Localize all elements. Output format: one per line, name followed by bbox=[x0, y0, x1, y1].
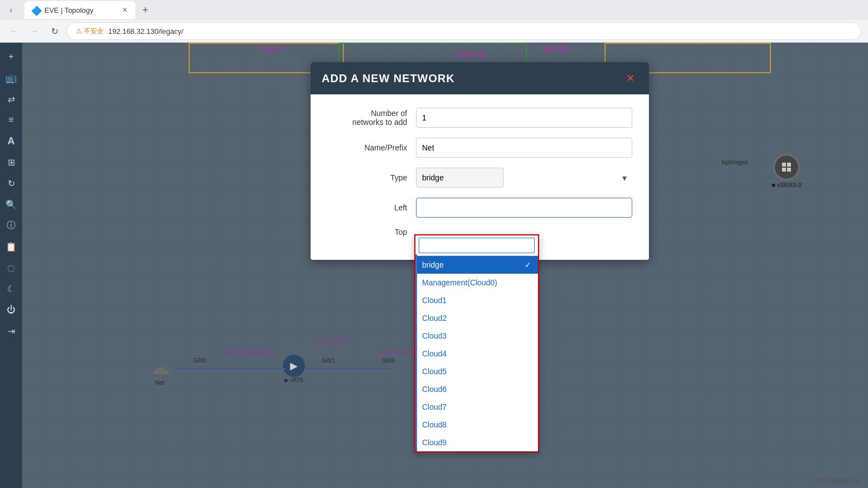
dropdown-item-cloud7[interactable]: Cloud7 bbox=[415, 398, 538, 416]
dropdown-item-cloud8-label: Cloud8 bbox=[422, 420, 446, 429]
dropdown-search-wrapper bbox=[415, 235, 538, 256]
dropdown-search-input[interactable] bbox=[419, 238, 535, 253]
canvas-area[interactable]: OSPF 1 OSPF 100 BGP 234 192.168.80.100/2… bbox=[22, 43, 868, 488]
tab-bar: ‹ 🔷 EVE | Topology ✕ + bbox=[0, 0, 868, 20]
sidebar: + 📺 ⇄ ≡ A ⊞ ↻ 🔍 ⓘ 📋 ◌ ☾ ⏻ ⇥ bbox=[0, 43, 22, 488]
sidebar-target-button[interactable]: ◌ bbox=[2, 258, 21, 277]
type-select-wrapper: bridge Management(Cloud0) Cloud1 Cloud2 … bbox=[416, 168, 632, 188]
tab-title: EVE | Topology bbox=[44, 6, 116, 14]
sidebar-search-button[interactable]: 🔍 bbox=[2, 195, 21, 214]
sidebar-theme-button[interactable]: ☾ bbox=[2, 279, 21, 298]
prev-tab-button[interactable]: ‹ bbox=[4, 3, 18, 17]
sidebar-add-button[interactable]: + bbox=[2, 47, 21, 66]
forward-button[interactable]: → bbox=[27, 23, 42, 39]
dropdown-item-cloud7-label: Cloud7 bbox=[422, 403, 446, 411]
modal-header: ADD A NEW NETWORK ✕ bbox=[311, 62, 649, 94]
name-row: Name/Prefix bbox=[327, 138, 632, 158]
name-input[interactable] bbox=[416, 138, 632, 158]
dropdown-item-cloud6-label: Cloud6 bbox=[422, 385, 446, 394]
dropdown-item-cloud3[interactable]: Cloud3 bbox=[415, 327, 538, 345]
left-row: Left bbox=[327, 198, 632, 218]
dropdown-item-bridge[interactable]: bridge ✓ bbox=[415, 256, 538, 274]
url-box[interactable]: ⚠ 不安全 192.168.32.130/legacy/ bbox=[67, 22, 861, 40]
refresh-button[interactable]: ↻ bbox=[47, 23, 62, 39]
name-label: Name/Prefix bbox=[327, 143, 416, 152]
left-input[interactable] bbox=[416, 198, 632, 218]
modal-body: Number ofnetworks to add Name/Prefix Typ… bbox=[311, 94, 649, 260]
dropdown-item-bridge-label: bridge bbox=[422, 260, 444, 269]
app-layout: + 📺 ⇄ ≡ A ⊞ ↻ 🔍 ⓘ 📋 ◌ ☾ ⏻ ⇥ OSPF 1 OSPF … bbox=[0, 43, 868, 488]
dropdown-item-management-label: Management(Cloud0) bbox=[422, 278, 497, 287]
check-icon: ✓ bbox=[525, 260, 531, 269]
dropdown-divider bbox=[415, 254, 417, 451]
top-label: Top bbox=[327, 228, 416, 237]
count-input[interactable] bbox=[416, 108, 632, 128]
dropdown-item-management[interactable]: Management(Cloud0) bbox=[415, 274, 538, 291]
dropdown-item-cloud1[interactable]: Cloud1 bbox=[415, 291, 538, 309]
tab-favicon: 🔷 bbox=[31, 6, 40, 14]
tab-close-button[interactable]: ✕ bbox=[121, 5, 129, 15]
type-row: Type bridge Management(Cloud0) Cloud1 Cl… bbox=[327, 168, 632, 188]
add-network-modal: ADD A NEW NETWORK ✕ Number ofnetworks to… bbox=[311, 62, 649, 260]
select-arrow-icon: ▾ bbox=[622, 173, 627, 183]
sidebar-grid-button[interactable]: ⊞ bbox=[2, 153, 21, 172]
modal-title: ADD A NEW NETWORK bbox=[322, 72, 455, 85]
sidebar-menu-button[interactable]: ≡ bbox=[2, 110, 21, 129]
sidebar-export-button[interactable]: ⇥ bbox=[2, 321, 21, 340]
count-row: Number ofnetworks to add bbox=[327, 108, 632, 128]
dropdown-item-cloud9[interactable]: Cloud9 bbox=[415, 434, 538, 451]
dropdown-item-cloud8[interactable]: Cloud8 bbox=[415, 416, 538, 434]
type-dropdown[interactable]: bridge ✓ Management(Cloud0) Cloud1 Cloud… bbox=[414, 234, 539, 452]
type-select[interactable]: bridge Management(Cloud0) Cloud1 Cloud2 … bbox=[416, 168, 504, 188]
sidebar-transfer-button[interactable]: ⇄ bbox=[2, 89, 21, 108]
count-label: Number ofnetworks to add bbox=[327, 109, 416, 127]
sidebar-text-button[interactable]: A bbox=[2, 132, 21, 150]
left-label: Left bbox=[327, 203, 416, 212]
sidebar-list-button[interactable]: 📋 bbox=[2, 237, 21, 256]
browser-tab[interactable]: 🔷 EVE | Topology ✕ bbox=[24, 1, 135, 19]
sidebar-refresh-button[interactable]: ↻ bbox=[2, 174, 21, 193]
sidebar-console-button[interactable]: 📺 bbox=[2, 68, 21, 87]
sidebar-power-button[interactable]: ⏻ bbox=[2, 300, 21, 319]
modal-close-button[interactable]: ✕ bbox=[623, 71, 638, 85]
sidebar-info-button[interactable]: ⓘ bbox=[2, 216, 21, 235]
modal-overlay: ADD A NEW NETWORK ✕ Number ofnetworks to… bbox=[22, 43, 868, 488]
tab-controls: ‹ bbox=[4, 3, 18, 17]
dropdown-item-cloud5-label: Cloud5 bbox=[422, 367, 446, 376]
dropdown-item-cloud5[interactable]: Cloud5 bbox=[415, 363, 538, 380]
dropdown-item-cloud9-label: Cloud9 bbox=[422, 438, 446, 447]
type-label: Type bbox=[327, 173, 416, 182]
dropdown-item-cloud2[interactable]: Cloud2 bbox=[415, 309, 538, 327]
address-bar: ← → ↻ ⚠ 不安全 192.168.32.130/legacy/ bbox=[0, 20, 868, 42]
url-warning: ⚠ 不安全 bbox=[76, 27, 104, 36]
dropdown-item-cloud6[interactable]: Cloud6 bbox=[415, 380, 538, 398]
dropdown-item-cloud3-label: Cloud3 bbox=[422, 331, 446, 340]
dropdown-item-cloud2-label: Cloud2 bbox=[422, 314, 446, 323]
browser-chrome: ‹ 🔷 EVE | Topology ✕ + ← → ↻ ⚠ 不安全 192.1… bbox=[0, 0, 868, 43]
new-tab-button[interactable]: + bbox=[138, 2, 153, 18]
dropdown-item-cloud4[interactable]: Cloud4 bbox=[415, 345, 538, 363]
dropdown-item-cloud1-label: Cloud1 bbox=[422, 296, 446, 305]
url-text: 192.168.32.130/legacy/ bbox=[108, 27, 183, 36]
back-button[interactable]: ← bbox=[7, 23, 22, 39]
dropdown-item-cloud4-label: Cloud4 bbox=[422, 349, 446, 358]
